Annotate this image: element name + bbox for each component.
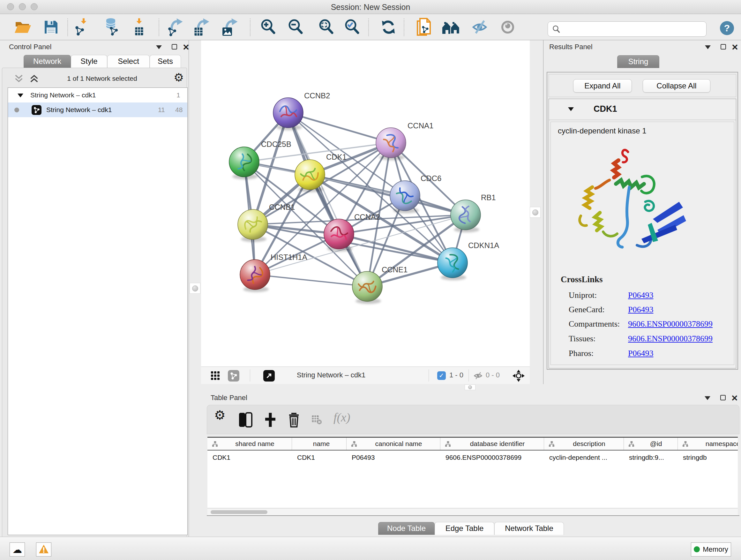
right-splitter-handle[interactable]: [530, 207, 541, 218]
table-cell[interactable]: 9606.ENSP00000378699: [441, 450, 544, 464]
crosslink-compartments-link[interactable]: 9606.ENSP00000378699: [628, 319, 713, 329]
network-node-CCNB2[interactable]: [273, 98, 303, 128]
show-columns-icon[interactable]: [239, 412, 253, 428]
delete-column-trash-icon[interactable]: [287, 412, 301, 428]
zoom-in-button[interactable]: [259, 18, 278, 37]
import-network-button[interactable]: [73, 18, 92, 37]
column-header-namespace[interactable]: namespace: [678, 438, 738, 450]
table-cell[interactable]: CDK1: [207, 450, 292, 464]
cloud-status-button[interactable]: ☁: [10, 543, 25, 557]
tab-network[interactable]: Network: [23, 55, 71, 68]
protein-section-header[interactable]: CDK1: [549, 99, 736, 120]
tab-node-table[interactable]: Node Table: [378, 522, 434, 535]
table-cell[interactable]: P06493: [347, 450, 441, 464]
open-session-button[interactable]: [13, 18, 32, 37]
close-panel-icon[interactable]: ✕: [731, 395, 738, 401]
column-header--id[interactable]: @id: [624, 438, 678, 450]
network-node-CDK1[interactable]: [295, 160, 325, 190]
float-panel-icon[interactable]: [172, 44, 177, 50]
table-cell[interactable]: stringdb:9...: [624, 450, 678, 464]
network-node-CCNA1[interactable]: [376, 128, 406, 158]
collection-caret-icon[interactable]: [17, 94, 23, 98]
tab-edge-table[interactable]: Edge Table: [434, 522, 494, 535]
network-collection-row[interactable]: String Network – cdk1 1: [8, 88, 187, 103]
float-panel-icon[interactable]: [720, 395, 726, 400]
left-splitter-handle[interactable]: [190, 283, 200, 294]
collapse-panel-icon[interactable]: [705, 45, 711, 49]
zoom-fit-button[interactable]: [317, 18, 336, 37]
section-caret-icon[interactable]: [568, 107, 574, 111]
save-session-button[interactable]: [42, 18, 61, 37]
column-header-shared-name[interactable]: shared name: [207, 438, 292, 450]
column-header-database-identifier[interactable]: database identifier: [441, 438, 544, 450]
hidden-eye-icon[interactable]: [473, 371, 483, 380]
add-column-icon[interactable]: [263, 412, 277, 428]
table-panel-title: Table Panel: [211, 394, 247, 402]
expand-all-button[interactable]: Expand All: [573, 79, 632, 92]
table-cell[interactable]: stringdb: [678, 450, 738, 464]
column-header-name[interactable]: name: [292, 438, 347, 450]
import-network-from-database-button[interactable]: [102, 18, 121, 37]
fit-content-crosshair-icon[interactable]: [512, 369, 525, 382]
zoom-selected-button[interactable]: [342, 18, 361, 37]
tab-network-table[interactable]: Network Table: [494, 522, 564, 535]
tab-style[interactable]: Style: [71, 55, 107, 68]
export-network-button[interactable]: [166, 18, 186, 37]
network-node-CCNA2[interactable]: [324, 219, 354, 249]
tab-sets[interactable]: Sets: [150, 55, 181, 68]
import-table-button[interactable]: [130, 18, 149, 37]
network-node-HIST1H1A[interactable]: [240, 260, 270, 290]
crosslink-tissues-link[interactable]: 9606.ENSP00000378699: [628, 334, 713, 344]
network-share-icon[interactable]: [228, 370, 239, 381]
collapse-panel-icon[interactable]: [156, 45, 162, 49]
selected-checkbox-icon[interactable]: ✓: [437, 371, 446, 380]
network-node-RB1[interactable]: [451, 200, 481, 230]
delete-table-icon[interactable]: [311, 415, 322, 426]
open-in-new-icon[interactable]: [263, 370, 275, 381]
birdseye-grid-icon[interactable]: [211, 371, 220, 381]
show-all-eye-icon[interactable]: [498, 18, 517, 37]
collapse-panel-icon[interactable]: [704, 396, 711, 400]
horizontal-splitter-handle[interactable]: [465, 384, 475, 390]
search-input[interactable]: [563, 23, 704, 35]
network-options-gear-icon[interactable]: ⚙: [174, 71, 184, 84]
network-node-CDKN1A[interactable]: [437, 248, 468, 278]
collapse-all-button[interactable]: Collapse All: [643, 79, 711, 92]
warnings-button[interactable]: [36, 543, 51, 557]
network-row-selected[interactable]: String Network – cdk1 11 48: [8, 103, 187, 117]
table-settings-gear-icon[interactable]: ⚙: [214, 408, 226, 422]
network-edge-CCNB2-CCNA1[interactable]: [288, 113, 391, 143]
table-cell[interactable]: cyclin-dependent ...: [544, 450, 624, 464]
column-header-canonical-name[interactable]: canonical name: [347, 438, 441, 450]
crosslink-genecard-link[interactable]: P06493: [628, 305, 653, 314]
zoom-out-button[interactable]: [286, 18, 305, 37]
crosslink-pharos-link[interactable]: P06493: [628, 349, 653, 358]
first-neighbors-button[interactable]: [414, 18, 433, 37]
collapse-all-networks-icon[interactable]: [14, 74, 23, 83]
float-panel-icon[interactable]: [721, 44, 726, 50]
network-node-CCNE1[interactable]: [352, 271, 382, 301]
crosslink-uniprot-link[interactable]: P06493: [628, 291, 653, 300]
hide-selected-eye-icon[interactable]: [470, 18, 489, 37]
network-node-CDC25B[interactable]: [229, 147, 259, 177]
home-string-icon[interactable]: [441, 18, 461, 37]
tab-string-results[interactable]: String: [617, 55, 659, 68]
memory-status-button[interactable]: Memory: [691, 543, 731, 557]
table-panel: Table Panel ✕ ⚙ f(x) shared namenamecano…: [207, 390, 741, 537]
export-image-button[interactable]: [221, 18, 240, 37]
function-builder-icon[interactable]: f(x): [333, 410, 350, 424]
network-node-CDC6[interactable]: [390, 181, 420, 211]
network-canvas[interactable]: CCNB2CCNA1CDC25BCDK1CDC6RB1CCNB1CCNA2CDK…: [201, 40, 530, 367]
close-panel-icon[interactable]: ✕: [731, 45, 738, 50]
help-button[interactable]: ?: [720, 21, 734, 35]
column-header-description[interactable]: description: [544, 438, 624, 450]
network-label: String Network – cdk1: [46, 103, 112, 117]
close-panel-icon[interactable]: ✕: [183, 45, 190, 50]
table-cell[interactable]: CDK1: [292, 450, 347, 464]
refresh-button[interactable]: [379, 18, 398, 37]
expand-all-networks-icon[interactable]: [29, 74, 39, 83]
export-table-button[interactable]: [192, 18, 212, 37]
tab-select[interactable]: Select: [107, 55, 150, 68]
network-node-CCNB1[interactable]: [238, 209, 268, 240]
scrollbar-thumb[interactable]: [211, 510, 267, 514]
